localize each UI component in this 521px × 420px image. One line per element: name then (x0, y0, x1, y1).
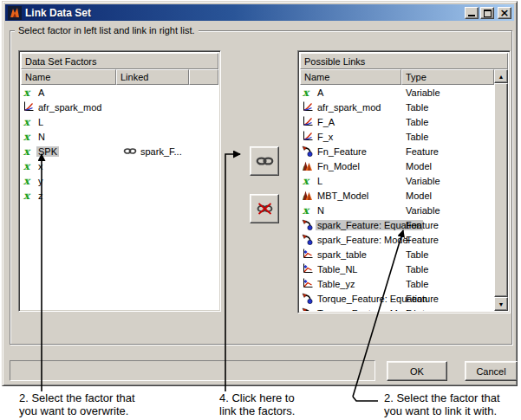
scroll-down-button[interactable]: ▼ (494, 297, 508, 311)
factor-row[interactable]: xz (21, 188, 218, 203)
factor-name: A (36, 87, 46, 98)
link-name: afr_spark_mod (316, 102, 382, 113)
link-candidate-row[interactable]: xNVariable (300, 203, 494, 217)
svg-text:x: x (23, 131, 31, 142)
maximize-icon (484, 10, 492, 17)
link-type: Table (406, 129, 428, 144)
link-candidate-row[interactable]: Torque_Feature: ModelFeature (300, 306, 494, 311)
link-type: Table (406, 114, 428, 129)
screenshot-page: Link Data Set × Select factor in left li… (0, 0, 521, 420)
link-type: Feature (406, 291, 439, 306)
factor-row[interactable]: xN (21, 129, 218, 144)
link-candidate-row[interactable]: spark_Feature: ModelFeature (300, 232, 494, 247)
link-candidate-row[interactable]: Table_yzTable (300, 276, 494, 291)
factor-row[interactable]: afr_spark_mod (21, 100, 218, 114)
linked-name: spark_F... (140, 146, 182, 157)
link-candidate-row[interactable]: MBT_ModelModel (300, 188, 494, 203)
link-name: F_A (316, 117, 336, 127)
link-candidate-row[interactable]: Torque_Feature: EquationFeature (300, 291, 494, 306)
column-header-filler (189, 69, 218, 85)
factor-row[interactable]: xL (21, 114, 218, 129)
link-type: Table (406, 247, 428, 262)
link-type: Table (406, 100, 428, 114)
factor-name: x (36, 161, 45, 171)
window-controls: × (465, 7, 511, 19)
link-candidate-row[interactable]: F_xTable (300, 129, 494, 144)
table-icon (302, 249, 313, 260)
variable-icon: x (23, 87, 34, 98)
link-candidate-row[interactable]: spark_tableTable (300, 247, 494, 262)
factor-name: N (36, 132, 47, 142)
factor-name: y (36, 176, 45, 186)
link-candidate-row[interactable]: xLVariable (300, 173, 494, 188)
plot-icon (23, 101, 34, 113)
link-candidate-row[interactable]: afr_spark_modTable (300, 100, 494, 114)
factor-name: L (36, 117, 45, 127)
link-candidate-row[interactable]: Fn_FeatureFeature (300, 144, 494, 158)
link-name: L (316, 176, 324, 186)
model-icon (302, 190, 313, 201)
factor-row[interactable]: xA (21, 85, 218, 100)
svg-text:x: x (23, 145, 31, 157)
link-candidate-row[interactable]: F_ATable (300, 114, 494, 129)
link-candidate-row[interactable]: Fn_ModelModel (300, 158, 494, 173)
ok-button[interactable]: OK (387, 361, 447, 381)
chain-link-icon (256, 155, 274, 167)
factor-row[interactable]: xSPKspark_F... (21, 144, 218, 158)
table-icon (302, 278, 313, 289)
feature-icon (302, 219, 313, 230)
link-type: Variable (406, 173, 440, 188)
factor-name: z (36, 191, 45, 201)
variable-icon: x (23, 131, 34, 142)
svg-text:x: x (23, 175, 31, 186)
annotation-link-with: 2. Select the factor that you want to li… (384, 391, 500, 417)
unlink-button[interactable] (250, 194, 279, 223)
factor-row[interactable]: xx (21, 158, 218, 173)
link-type: Table (406, 262, 428, 276)
svg-text:x: x (303, 175, 310, 186)
titlebar[interactable]: Link Data Set × (5, 4, 514, 21)
variable-icon: x (23, 190, 34, 201)
link-name: A (316, 87, 325, 98)
link-name: N (316, 205, 326, 216)
left-list-body: xAafr_spark_modxLxNxSPKspark_F...xxxyxz (21, 85, 218, 309)
link-name: Torque_Feature: Model (316, 308, 418, 312)
link-candidate-row[interactable]: spark_Feature: EquationFeature (300, 217, 494, 232)
scroll-up-button[interactable]: ▲ (494, 69, 508, 83)
vertical-scrollbar[interactable]: ▲ ▼ (494, 69, 508, 311)
factor-row[interactable]: xy (21, 173, 218, 188)
left-panel-title: Data Set Factors (21, 53, 218, 69)
elbow-to-link-with-text (353, 397, 378, 401)
table-icon (302, 263, 313, 275)
link-type: Feature (406, 306, 439, 311)
link-name: Table_NL (316, 264, 359, 275)
link-candidate-row[interactable]: Table_NLTable (300, 262, 494, 276)
feature-icon (302, 145, 313, 157)
link-button[interactable] (250, 146, 279, 176)
window-title: Link Data Set (25, 7, 465, 19)
feature-icon (302, 293, 313, 304)
right-panel-title: Possible Links (300, 53, 508, 69)
matlab-icon (8, 6, 22, 20)
chain-link-icon (123, 147, 137, 155)
annotation-click-link: 4. Click here to link the factors. (219, 391, 295, 417)
column-header-name: Name (21, 69, 116, 85)
minimize-icon (468, 15, 475, 16)
column-header-linked: Linked (116, 69, 189, 85)
variable-icon: x (23, 116, 34, 127)
annotation-overwrite: 2. Select the factor that you want to ov… (19, 391, 135, 417)
linked-cell: spark_F... (123, 144, 182, 158)
maximize-button[interactable] (480, 7, 494, 19)
close-button[interactable]: × (498, 7, 511, 19)
left-column-headers: Name Linked (21, 69, 218, 85)
variable-icon: x (23, 160, 34, 171)
model-icon (302, 160, 313, 171)
data-set-factors-panel: Data Set Factors Name Linked xAafr_spark… (18, 50, 221, 312)
link-name: MBT_Model (316, 191, 370, 201)
svg-text:x: x (23, 87, 31, 98)
cancel-button[interactable]: Cancel (465, 361, 518, 381)
scrollbar-thumb[interactable] (494, 83, 508, 297)
link-candidate-row[interactable]: xAVariable (300, 85, 494, 100)
minimize-button[interactable] (465, 7, 479, 19)
variable-icon: x (302, 204, 313, 216)
